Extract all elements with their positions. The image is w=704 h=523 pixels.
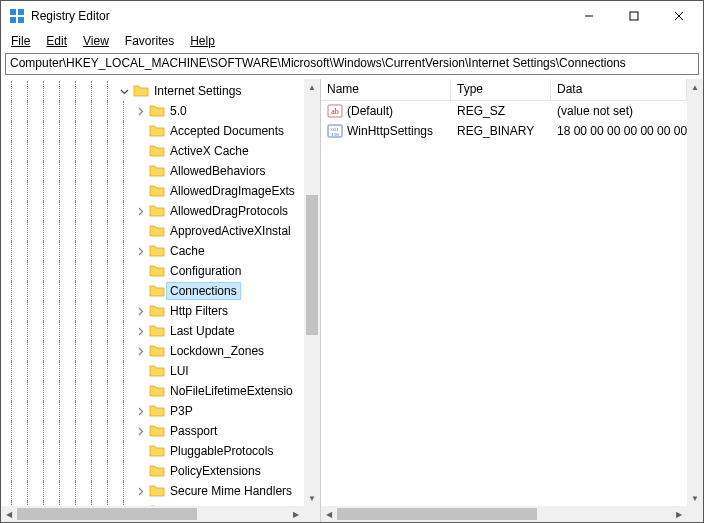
menu-file[interactable]: File	[5, 32, 36, 50]
tree-node[interactable]: PolicyExtensions	[5, 461, 304, 481]
folder-icon	[149, 243, 165, 259]
tree-node[interactable]: P3P	[5, 401, 304, 421]
scroll-left-icon[interactable]: ◀	[1, 506, 17, 522]
scroll-right-icon[interactable]: ▶	[288, 506, 304, 522]
tree-node-label: Lockdown_Zones	[167, 343, 267, 359]
list-vertical-scrollbar[interactable]: ▲ ▼	[687, 79, 703, 506]
scroll-track[interactable]	[687, 95, 703, 490]
tree-node[interactable]: Last Update	[5, 321, 304, 341]
tree-node[interactable]: ApprovedActiveXInstal	[5, 221, 304, 241]
tree-pane: Internet Settings5.0Accepted DocumentsAc…	[1, 79, 321, 522]
address-path: Computer\HKEY_LOCAL_MACHINE\SOFTWARE\Mic…	[10, 56, 626, 70]
expand-collapse-icon[interactable]	[133, 104, 147, 118]
scroll-up-icon[interactable]: ▲	[304, 79, 320, 95]
value-list[interactable]: Name Type Data ab(Default)REG_SZ(value n…	[321, 79, 687, 506]
menu-edit[interactable]: Edit	[40, 32, 73, 50]
svg-text:110: 110	[331, 132, 339, 137]
list-pane: Name Type Data ab(Default)REG_SZ(value n…	[321, 79, 703, 522]
folder-icon	[149, 343, 165, 359]
expand-collapse-icon[interactable]	[133, 344, 147, 358]
list-row[interactable]: 011110WinHttpSettingsREG_BINARY18 00 00 …	[321, 121, 687, 141]
tree-node[interactable]: Lockdown_Zones	[5, 341, 304, 361]
tree-node[interactable]: Cache	[5, 241, 304, 261]
scroll-thumb[interactable]	[337, 508, 537, 520]
scroll-down-icon[interactable]: ▼	[687, 490, 703, 506]
tree-node[interactable]: AllowedBehaviors	[5, 161, 304, 181]
scroll-up-icon[interactable]: ▲	[687, 79, 703, 95]
expand-collapse-icon[interactable]	[133, 324, 147, 338]
content-area: Internet Settings5.0Accepted DocumentsAc…	[1, 79, 703, 522]
scroll-down-icon[interactable]: ▼	[304, 490, 320, 506]
tree-node[interactable]: Accepted Documents	[5, 121, 304, 141]
maximize-button[interactable]	[611, 2, 656, 30]
tree-node[interactable]: Connections	[5, 281, 304, 301]
value-data: (value not set)	[557, 104, 633, 118]
tree-node-label: NoFileLifetimeExtensio	[167, 383, 296, 399]
scroll-track[interactable]	[304, 95, 320, 490]
scroll-track[interactable]	[337, 506, 671, 522]
expand-collapse-icon[interactable]	[133, 244, 147, 258]
string-value-icon: ab	[327, 103, 343, 119]
expand-collapse-icon[interactable]	[133, 304, 147, 318]
tree-node-parent[interactable]: Internet Settings	[5, 81, 304, 101]
column-header-type[interactable]: Type	[451, 79, 551, 100]
menu-view[interactable]: View	[77, 32, 115, 50]
list-row[interactable]: ab(Default)REG_SZ(value not set)	[321, 101, 687, 121]
tree-node[interactable]: ActiveX Cache	[5, 141, 304, 161]
tree-node-label: Connections	[167, 283, 240, 299]
tree-node-label: ApprovedActiveXInstal	[167, 223, 294, 239]
svg-rect-5	[630, 12, 638, 20]
address-bar[interactable]: Computer\HKEY_LOCAL_MACHINE\SOFTWARE\Mic…	[5, 53, 699, 75]
tree-node[interactable]: AllowedDragImageExts	[5, 181, 304, 201]
app-icon	[9, 8, 25, 24]
menu-help[interactable]: Help	[184, 32, 221, 50]
column-header-data[interactable]: Data	[551, 79, 687, 100]
scroll-thumb[interactable]	[17, 508, 197, 520]
column-header-name[interactable]: Name	[321, 79, 451, 100]
folder-icon	[149, 223, 165, 239]
scroll-track[interactable]	[17, 506, 288, 522]
tree-node-label: 5.0	[167, 103, 190, 119]
expand-collapse-icon[interactable]	[133, 424, 147, 438]
folder-icon	[149, 463, 165, 479]
folder-icon	[149, 123, 165, 139]
folder-icon	[149, 303, 165, 319]
folder-icon	[149, 183, 165, 199]
tree-node-label: Internet Settings	[151, 83, 244, 99]
tree-horizontal-scrollbar[interactable]: ◀ ▶	[1, 506, 304, 522]
tree-node[interactable]: Http Filters	[5, 301, 304, 321]
expand-collapse-icon[interactable]	[133, 484, 147, 498]
svg-rect-3	[18, 17, 24, 23]
tree-node-label: LUI	[167, 363, 192, 379]
expand-collapse-icon[interactable]	[133, 404, 147, 418]
tree-vertical-scrollbar[interactable]: ▲ ▼	[304, 79, 320, 506]
tree-node-label: P3P	[167, 403, 196, 419]
tree-node[interactable]: Configuration	[5, 261, 304, 281]
tree-node[interactable]: LUI	[5, 361, 304, 381]
scroll-thumb[interactable]	[306, 195, 318, 335]
scroll-left-icon[interactable]: ◀	[321, 506, 337, 522]
list-horizontal-scrollbar[interactable]: ◀ ▶	[321, 506, 687, 522]
tree-node[interactable]: PluggableProtocols	[5, 441, 304, 461]
close-button[interactable]	[656, 2, 701, 30]
expand-collapse-icon[interactable]	[133, 204, 147, 218]
tree-node[interactable]: Passport	[5, 421, 304, 441]
folder-icon	[149, 423, 165, 439]
tree-node[interactable]: Secure Mime Handlers	[5, 481, 304, 501]
folder-icon	[149, 203, 165, 219]
tree-node[interactable]: AllowedDragProtocols	[5, 201, 304, 221]
tree-node-label: PolicyExtensions	[167, 463, 264, 479]
registry-tree[interactable]: Internet Settings5.0Accepted DocumentsAc…	[1, 79, 304, 506]
tree-node[interactable]: 5.0	[5, 101, 304, 121]
svg-text:ab: ab	[331, 107, 339, 116]
minimize-button[interactable]	[566, 2, 611, 30]
expand-collapse-icon[interactable]	[117, 84, 131, 98]
folder-icon	[149, 163, 165, 179]
svg-rect-1	[18, 9, 24, 15]
menu-favorites[interactable]: Favorites	[119, 32, 180, 50]
tree-node[interactable]: NoFileLifetimeExtensio	[5, 381, 304, 401]
scrollbar-corner	[687, 506, 703, 522]
tree-node-label: AllowedDragProtocols	[167, 203, 291, 219]
scroll-right-icon[interactable]: ▶	[671, 506, 687, 522]
value-type: REG_SZ	[457, 104, 505, 118]
